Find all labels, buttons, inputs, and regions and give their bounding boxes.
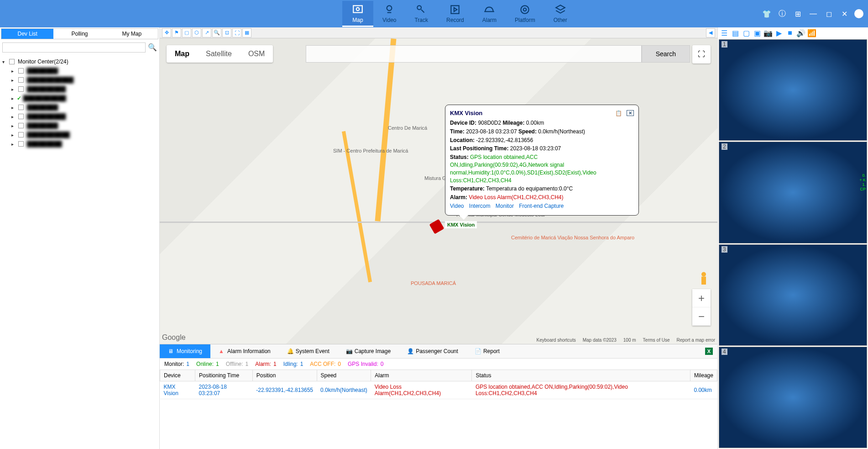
sound-icon[interactable]: 🔊 bbox=[797, 29, 805, 37]
tool-line-icon[interactable]: ⬡ bbox=[192, 28, 201, 37]
svg-point-8 bbox=[701, 272, 706, 277]
link-capture[interactable]: Front-end Capture bbox=[519, 203, 564, 209]
map-copyright: Map data ©2023 bbox=[583, 338, 617, 343]
snapshot-icon[interactable]: 📷 bbox=[764, 29, 772, 37]
maptype-osm[interactable]: OSM bbox=[240, 45, 273, 63]
video-overlay-text: 0.+ K1.CP bbox=[858, 172, 867, 192]
tree-item[interactable]: ▸✓███████████ bbox=[2, 94, 157, 103]
video-cell-1[interactable]: 1 bbox=[719, 39, 867, 141]
zoom-in-button[interactable]: + bbox=[692, 289, 711, 307]
info-icon[interactable]: ⓘ bbox=[777, 8, 788, 19]
report-error-link[interactable]: Report a map error bbox=[677, 338, 715, 343]
nav-video[interactable]: Video bbox=[373, 1, 405, 27]
tree-item[interactable]: ▸██████████ bbox=[2, 85, 157, 94]
tree-item[interactable]: ▸████████ bbox=[2, 121, 157, 130]
tool-fit-icon[interactable]: ⛶ bbox=[232, 28, 241, 37]
tree-item[interactable]: ▸█████████ bbox=[2, 139, 157, 148]
maximize-icon[interactable]: ◻ bbox=[823, 8, 834, 19]
platform-icon bbox=[518, 3, 531, 16]
vehicle-marker[interactable]: KMX Vision bbox=[431, 221, 442, 232]
tool-pan-icon[interactable]: ✥ bbox=[162, 28, 171, 37]
video-cell-4[interactable]: 4 bbox=[719, 347, 867, 448]
link-intercom[interactable]: Intercom bbox=[469, 203, 491, 209]
tool-flag-icon[interactable]: ⚑ bbox=[172, 28, 181, 37]
tree-item[interactable]: ▸████████ bbox=[2, 103, 157, 112]
record-icon bbox=[449, 3, 461, 16]
link-monitor[interactable]: Monitor bbox=[496, 203, 514, 209]
tab-passenger[interactable]: 👤Passenger Count bbox=[399, 344, 466, 358]
tab-mymap[interactable]: My Map bbox=[106, 29, 158, 39]
search-icon[interactable]: 🔍 bbox=[148, 43, 157, 52]
left-sidebar: Dev List Polling My Map 🔍 ▾ Monitor Cent… bbox=[0, 27, 160, 449]
svg-point-2 bbox=[387, 5, 392, 11]
video-cell-2[interactable]: 20.+ K1.CP bbox=[719, 142, 867, 243]
map-type-tabs: Map Satellite OSM bbox=[167, 45, 273, 63]
map-search-button[interactable]: Search bbox=[642, 45, 690, 63]
tree-item[interactable]: ▸████████ bbox=[2, 66, 157, 75]
pegman-icon[interactable] bbox=[697, 271, 711, 289]
layout-grid-icon[interactable]: ▤ bbox=[731, 29, 739, 37]
device-search-input[interactable] bbox=[2, 42, 146, 53]
tool-route-icon[interactable]: ↗ bbox=[202, 28, 211, 37]
map-search-input[interactable] bbox=[306, 45, 642, 63]
tab-polling[interactable]: Polling bbox=[53, 29, 105, 39]
tree-item[interactable]: ▸████████████ bbox=[2, 75, 157, 85]
minimize-icon[interactable]: — bbox=[808, 8, 819, 19]
terms-link[interactable]: Terms of Use bbox=[643, 338, 670, 343]
layout-quad-icon[interactable]: ▣ bbox=[753, 29, 761, 37]
layout-single-icon[interactable]: ▢ bbox=[742, 29, 750, 37]
user-block[interactable] bbox=[854, 9, 863, 18]
tool-grid-icon[interactable]: ▦ bbox=[242, 28, 251, 37]
tab-sysevent[interactable]: 🔔System Event bbox=[279, 344, 338, 358]
right-panel: ☰ ▤ ▢ ▣ 📷 ▶ ■ 🔊 📶 1 20.+ K1.CP 3 4 bbox=[717, 27, 868, 449]
maptype-map[interactable]: Map bbox=[167, 45, 198, 63]
tab-report[interactable]: 📄Report bbox=[466, 344, 508, 358]
person-icon: 👤 bbox=[407, 348, 413, 354]
tool-rect-icon[interactable]: ▢ bbox=[182, 28, 191, 37]
bell-icon: 🔔 bbox=[287, 348, 293, 354]
close-window-icon[interactable]: ✕ bbox=[839, 8, 850, 19]
keyboard-shortcuts-link[interactable]: Keyboard shortcuts bbox=[537, 338, 576, 343]
tshirt-icon[interactable]: 👕 bbox=[761, 8, 772, 19]
nav-record[interactable]: Record bbox=[437, 1, 473, 27]
top-header: Map Video Track Record Alarm Platform Ot… bbox=[0, 0, 868, 27]
zoom-out-button[interactable]: − bbox=[692, 307, 711, 326]
tree-item[interactable]: ▸██████████ bbox=[2, 112, 157, 121]
link-video[interactable]: Video bbox=[450, 203, 464, 209]
video-cell-3[interactable]: 3 bbox=[719, 244, 867, 346]
tree-root[interactable]: ▾ Monitor Center(2/24) bbox=[2, 57, 157, 66]
tab-monitoring[interactable]: 🖥Monitoring bbox=[160, 344, 210, 358]
tree-checkbox[interactable] bbox=[9, 59, 15, 64]
svg-rect-9 bbox=[701, 277, 706, 285]
window-icon[interactable]: ⊞ bbox=[792, 8, 803, 19]
nav-platform[interactable]: Platform bbox=[506, 1, 544, 27]
nav-map[interactable]: Map bbox=[342, 1, 373, 27]
sidebar-tabs: Dev List Polling My Map bbox=[1, 28, 158, 39]
layout-list-icon[interactable]: ☰ bbox=[720, 29, 728, 37]
fullscreen-icon[interactable]: ⛶ bbox=[692, 45, 711, 63]
tool-collapse-icon[interactable]: ◀ bbox=[706, 28, 715, 37]
map-icon bbox=[351, 3, 364, 16]
tree-item[interactable]: ▸███████████ bbox=[2, 130, 157, 139]
bottom-tabs: 🖥Monitoring ▲Alarm Information 🔔System E… bbox=[160, 344, 717, 359]
map-area[interactable]: SIM - Centro Prefeitura de Maricá Centro… bbox=[160, 38, 717, 344]
nav-other[interactable]: Other bbox=[544, 1, 576, 27]
video-icon bbox=[383, 3, 396, 16]
popup-close-icon[interactable]: ✕ bbox=[627, 110, 634, 116]
tab-alarminfo[interactable]: ▲Alarm Information bbox=[210, 344, 279, 358]
tool-zoom-icon[interactable]: 🔍 bbox=[212, 28, 221, 37]
tab-capture[interactable]: 📷Capture Image bbox=[338, 344, 399, 358]
tool-area-icon[interactable]: ⊡ bbox=[222, 28, 231, 37]
stop-icon[interactable]: ■ bbox=[786, 29, 794, 37]
play-icon[interactable]: ▶ bbox=[775, 29, 783, 37]
export-excel-button[interactable]: X bbox=[701, 344, 717, 358]
table-row[interactable]: KMX Vision 2023-08-18 03:23:07 -22.92339… bbox=[160, 381, 717, 399]
tab-devlist[interactable]: Dev List bbox=[1, 29, 53, 39]
signal-icon[interactable]: 📶 bbox=[808, 29, 816, 37]
nav-alarm[interactable]: Alarm bbox=[473, 1, 506, 27]
device-tree: ▾ Monitor Center(2/24) ▸████████ ▸██████… bbox=[0, 55, 159, 449]
other-icon bbox=[554, 3, 567, 16]
nav-track[interactable]: Track bbox=[405, 1, 437, 27]
popup-copy-icon[interactable]: 📋 bbox=[615, 110, 622, 116]
maptype-satellite[interactable]: Satellite bbox=[198, 45, 240, 63]
